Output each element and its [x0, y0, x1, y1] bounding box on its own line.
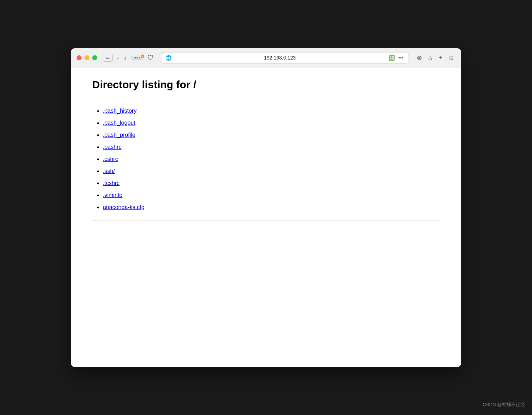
back-button[interactable]: ‹ — [122, 53, 128, 63]
translate-button[interactable]: 🈯 — [388, 54, 395, 61]
file-list: .bash_history.bash_logout.bash_profile.b… — [92, 105, 440, 213]
file-link[interactable]: .tcshrc — [103, 180, 120, 186]
watermark: CSDN @祁祁不正经 — [483, 402, 525, 408]
bottom-divider — [92, 220, 440, 220]
sidebar-toggle-icon — [106, 57, 110, 59]
address-icons: 🈯 ••• — [388, 54, 404, 61]
home-button[interactable]: ⌂ — [426, 53, 434, 63]
file-link[interactable]: .viminfo — [103, 192, 122, 198]
shield-button[interactable]: 🛡 — [146, 53, 155, 63]
list-item: .bash_profile — [103, 129, 440, 141]
page-title: Directory listing for / — [92, 79, 440, 91]
list-item: .cshrc — [103, 153, 440, 165]
toolbar-right: ⊛ ⌂ + ⧉ — [415, 52, 455, 63]
minimize-button[interactable] — [84, 55, 89, 60]
page-content: Directory listing for / .bash_history.ba… — [71, 68, 461, 231]
list-item: .tcshrc — [103, 178, 440, 189]
sidebar-toggle-button[interactable] — [103, 54, 113, 62]
traffic-lights — [77, 55, 97, 60]
file-link[interactable]: anaconda-ks.cfg — [103, 204, 144, 210]
more-button[interactable]: ••• — [398, 54, 404, 61]
file-link[interactable]: .bash_history — [103, 108, 137, 114]
list-item: .bash_history — [103, 105, 440, 117]
download-button[interactable]: ⊛ — [415, 52, 424, 63]
new-tab-button[interactable]: + — [436, 53, 444, 63]
file-link[interactable]: .ssh/ — [103, 168, 115, 174]
top-divider — [92, 98, 440, 98]
address-text: 192.168.0.123 — [174, 55, 385, 61]
address-bar[interactable]: 🌐 192.168.0.123 🈯 ••• — [161, 52, 409, 63]
maximize-button[interactable] — [92, 55, 97, 60]
extension-dots-icon — [134, 57, 140, 58]
chevron-down-icon[interactable]: ⌄ — [116, 56, 119, 60]
list-item: anaconda-ks.cfg — [103, 202, 440, 213]
list-item: .viminfo — [103, 190, 440, 201]
title-bar: ⌄ ‹ ! 🛡 🌐 192.168.0.123 🈯 ••• ⊛ ⌂ + ⧉ — [71, 48, 461, 68]
browser-window: ⌄ ‹ ! 🛡 🌐 192.168.0.123 🈯 ••• ⊛ ⌂ + ⧉ Di… — [71, 48, 461, 367]
tabs-button[interactable]: ⧉ — [447, 53, 455, 63]
list-item: .ssh/ — [103, 166, 440, 177]
extension-button[interactable]: ! — [131, 56, 143, 60]
file-link[interactable]: .bash_profile — [103, 132, 135, 138]
warning-badge: ! — [141, 55, 144, 58]
list-item: .bashrc — [103, 141, 440, 153]
globe-icon: 🌐 — [166, 55, 172, 61]
list-item: .bash_logout — [103, 117, 440, 129]
file-link[interactable]: .cshrc — [103, 156, 118, 162]
file-link[interactable]: .bashrc — [103, 144, 121, 150]
file-link[interactable]: .bash_logout — [103, 120, 135, 126]
close-button[interactable] — [77, 55, 82, 60]
